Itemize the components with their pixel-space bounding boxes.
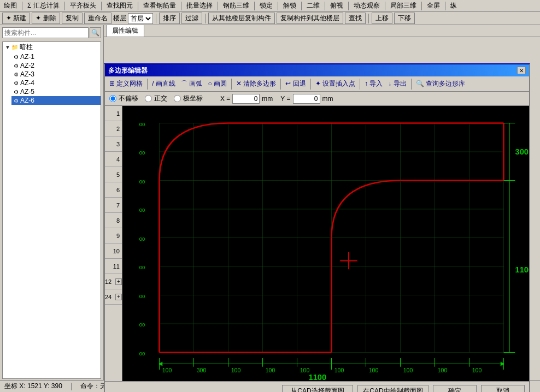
btn-query-lib[interactable]: 🔍 查询多边形库 [414, 79, 467, 89]
component-icon-3: ⚙ [14, 72, 19, 78]
row-10: 10 [105, 243, 122, 259]
menu-rebar-qty[interactable]: 查看钢筋量 [142, 1, 178, 11]
menu-align[interactable]: 平齐板头 [68, 1, 98, 11]
tree-item-az2[interactable]: ⚙ AZ-2 [11, 61, 101, 70]
btn-draw-circle[interactable]: ○ 画圆 [206, 79, 229, 89]
menu-dynamic[interactable]: 动态观察 [352, 1, 381, 11]
tree-children: ⚙ AZ-1 ⚙ AZ-2 ⚙ AZ-3 ⚙ AZ-4 ⚙ AZ-5 [3, 52, 101, 105]
tree-root[interactable]: ▼ 📁 暗柱 [3, 42, 101, 52]
menu-batch[interactable]: 批量选择 [185, 1, 214, 11]
component-icon-5: ⚙ [14, 89, 19, 95]
add-row-24[interactable]: + [115, 294, 122, 300]
btn-set-insert[interactable]: ✦ 设置插入点 [313, 79, 357, 89]
tree-item-az3[interactable]: ⚙ AZ-3 [11, 70, 101, 79]
filter-button[interactable]: 过滤 [181, 13, 202, 24]
dialog-title: 多边形编辑器 [108, 66, 148, 75]
export-icon: ↓ [388, 80, 391, 87]
find-button[interactable]: 查找 [345, 13, 366, 24]
tree-item-label-3: AZ-3 [20, 70, 34, 78]
btn-draw-line[interactable]: / 画直线 [150, 79, 178, 89]
cad-svg: 300 1100 [122, 106, 529, 381]
tree-item-az4[interactable]: ⚙ AZ-4 [11, 79, 101, 87]
copy-from-button[interactable]: 从其他楼层复制构件 [208, 13, 275, 24]
btn-clear-poly[interactable]: ✕ 清除多边形 [234, 79, 278, 89]
menu-top-view[interactable]: 俯视 [328, 1, 345, 11]
search-input[interactable] [2, 27, 89, 38]
menu-lock[interactable]: 锁定 [258, 1, 274, 11]
menu-fullscreen[interactable]: 全屏 [425, 1, 442, 11]
btn-export[interactable]: ↓ 导出 [386, 79, 408, 89]
radio-orthogonal-label: 正交 [154, 94, 167, 103]
tab-property[interactable]: 属性编辑 [106, 25, 144, 37]
dialog-close-button[interactable]: ✕ [517, 67, 526, 74]
cancel-button[interactable]: 取消 [481, 385, 525, 393]
svg-text:300: 300 [515, 147, 529, 156]
copy-button[interactable]: 复制 [62, 13, 83, 24]
down-button[interactable]: 下移 [394, 13, 415, 24]
menu-local-3d[interactable]: 局部三维 [389, 1, 418, 11]
row-numbers: 1 2 3 4 5 6 7 8 9 10 11 12+ 24+ [105, 106, 122, 381]
tree-item-az5[interactable]: ⚙ AZ-5 [11, 87, 101, 96]
menu-more[interactable]: 纵 [449, 1, 459, 11]
import-icon: ↑ [365, 80, 368, 87]
radio-no-offset-input[interactable] [109, 95, 116, 102]
svg-text:100: 100 [266, 367, 275, 373]
dialog-options: 不偏移 正交 极坐标 X = mm Y = mm [105, 92, 529, 106]
dialog-body: 1 2 3 4 5 6 7 8 9 10 11 12+ 24+ [105, 106, 529, 381]
y-input[interactable] [293, 94, 320, 104]
tree-item-label-4: AZ-4 [20, 79, 34, 87]
tree-item-az6[interactable]: ⚙ AZ-6 [11, 96, 101, 105]
status-command: 命令：无 [80, 382, 107, 391]
new-button[interactable]: ✦ 新建 [2, 13, 30, 24]
delete-button[interactable]: ✦ 删除 [32, 13, 60, 24]
dialog-toolbar: ⊞ 定义网格 / 画直线 ⌒ 画弧 ○ 画圆 ✕ [105, 76, 529, 92]
radio-polar-input[interactable] [174, 95, 181, 102]
btn-undo[interactable]: ↩ 回退 [283, 79, 308, 89]
svg-text:00: 00 [139, 207, 145, 213]
menu-unlock[interactable]: 解锁 [281, 1, 298, 11]
search-poly-icon: 🔍 [416, 80, 424, 87]
svg-text:100: 100 [438, 367, 448, 373]
svg-text:100: 100 [231, 367, 241, 373]
line-icon: / [152, 80, 154, 87]
row-3: 3 [105, 136, 122, 152]
toolbar-second: ✦ 新建 ✦ 删除 复制 重命名 楼层 首层 排序 过滤 从其他楼层复制构件 复… [0, 12, 540, 25]
component-icon-2: ⚙ [14, 63, 19, 69]
menu-calc[interactable]: Σ 汇总计算 [26, 1, 61, 11]
up-button[interactable]: 上移 [372, 13, 392, 24]
svg-text:00: 00 [139, 322, 145, 328]
menu-2d[interactable]: 二维 [305, 1, 321, 11]
tree-item-label-1: AZ-1 [20, 53, 34, 61]
add-row-12[interactable]: + [115, 278, 122, 285]
menu-rebar-3d[interactable]: 钢筋三维 [221, 1, 251, 11]
status-coords: 坐标 X: 1521 Y: 390 [4, 382, 62, 391]
sort-button[interactable]: 排序 [159, 13, 180, 24]
radio-no-offset-label: 不偏移 [119, 94, 138, 103]
rename-button[interactable]: 重命名 [84, 13, 111, 24]
clear-icon: ✕ [236, 80, 242, 87]
cad-canvas[interactable]: 300 1100 [122, 106, 529, 381]
radio-orthogonal-input[interactable] [145, 95, 152, 102]
x-input[interactable] [232, 94, 260, 104]
from-cad-button[interactable]: 从CAD选择截面图 [282, 385, 353, 393]
component-icon-4: ⚙ [14, 80, 19, 86]
svg-text:1100: 1100 [515, 265, 530, 274]
svg-text:00: 00 [139, 150, 145, 156]
search-bar: 🔍 [0, 25, 103, 40]
radio-orthogonal: 正交 [145, 94, 167, 103]
menu-find[interactable]: 查找图元 [105, 1, 134, 11]
copy-to-button[interactable]: 复制构件到其他楼层 [277, 13, 343, 24]
draw-cad-button[interactable]: 在CAD中绘制截面图 [357, 385, 429, 393]
ok-button[interactable]: 确定 [433, 385, 477, 393]
svg-text:300: 300 [197, 367, 207, 373]
arc-icon: ⌒ [181, 80, 187, 87]
tree-item-az1[interactable]: ⚙ AZ-1 [11, 52, 101, 61]
menu-draw[interactable]: 绘图 [2, 1, 19, 11]
tree-panel: ▼ 📁 暗柱 ⚙ AZ-1 ⚙ AZ-2 ⚙ AZ-3 ⚙ [2, 41, 101, 379]
btn-draw-arc[interactable]: ⌒ 画弧 [179, 79, 204, 89]
btn-import[interactable]: ↑ 导入 [362, 79, 385, 89]
row-1: 1 [105, 106, 122, 121]
floor-select[interactable]: 首层 [128, 13, 153, 24]
search-button[interactable]: 🔍 [90, 27, 101, 38]
btn-define-grid[interactable]: ⊞ 定义网格 [107, 79, 145, 89]
